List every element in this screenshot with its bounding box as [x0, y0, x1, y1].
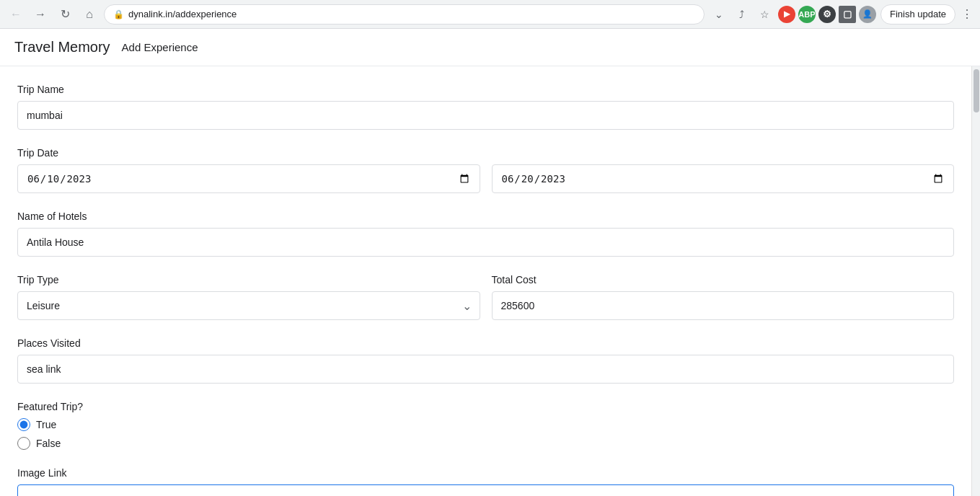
hotels-group: Name of Hotels [17, 211, 954, 257]
date-row [17, 164, 954, 193]
featured-radio-group: True False [17, 418, 954, 450]
start-date-wrapper [17, 164, 480, 193]
featured-group: Featured Trip? True False [17, 401, 954, 450]
featured-true-radio[interactable] [17, 418, 30, 431]
lock-icon: 🔒 [113, 9, 124, 19]
image-link-group: Image Link [17, 467, 954, 496]
trip-name-group: Trip Name [17, 84, 954, 130]
trip-name-label: Trip Name [17, 84, 954, 95]
url-text: dynalink.in/addexperience [128, 9, 695, 19]
trip-name-input[interactable] [17, 101, 954, 130]
trip-date-label: Trip Date [17, 147, 954, 159]
places-input[interactable] [17, 355, 954, 384]
total-cost-input[interactable] [492, 291, 955, 320]
featured-false-item[interactable]: False [17, 437, 954, 450]
places-group: Places Visited [17, 337, 954, 384]
ext-icon-window[interactable]: ▢ [839, 6, 856, 23]
trip-type-select-wrapper: Leisure Adventure Business Family ⌄ [17, 291, 480, 320]
trip-date-group: Trip Date [17, 147, 954, 193]
app-container: Travel Memory Add Experience Trip Name T… [0, 29, 980, 496]
trip-type-cost-group: Trip Type Leisure Adventure Business Fam… [17, 274, 954, 320]
featured-true-item[interactable]: True [17, 418, 954, 431]
trip-type-select[interactable]: Leisure Adventure Business Family [17, 291, 480, 320]
app-title: Travel Memory [14, 39, 110, 56]
download-icon[interactable]: ⌄ [709, 4, 729, 25]
places-label: Places Visited [17, 337, 954, 349]
scrollbar[interactable] [971, 66, 980, 496]
browser-chrome: ← → ↻ ⌂ 🔒 dynalink.in/addexperience ⌄ ⤴ … [0, 0, 980, 29]
hotels-input[interactable] [17, 228, 954, 257]
total-cost-col: Total Cost [492, 274, 955, 320]
bookmark-icon[interactable]: ☆ [755, 4, 775, 25]
scrollbar-thumb[interactable] [974, 69, 979, 112]
image-link-label: Image Link [17, 467, 954, 479]
hotels-label: Name of Hotels [17, 211, 954, 222]
home-button[interactable]: ⌂ [79, 4, 100, 25]
ext-icon-puzzle[interactable]: ⚙ [818, 6, 836, 23]
forward-button[interactable]: → [30, 4, 50, 25]
featured-label: Featured Trip? [17, 401, 954, 412]
trip-type-col: Trip Type Leisure Adventure Business Fam… [17, 274, 480, 320]
featured-false-label: False [36, 438, 61, 449]
end-date-wrapper [492, 164, 955, 193]
more-options-button[interactable]: ⋮ [960, 4, 974, 25]
start-date-input[interactable] [17, 164, 480, 193]
two-col-row: Trip Type Leisure Adventure Business Fam… [17, 274, 954, 320]
ext-icon-red[interactable]: ▶ [778, 6, 795, 23]
add-experience-nav[interactable]: Add Experience [122, 41, 198, 53]
app-header: Travel Memory Add Experience [0, 29, 980, 66]
trip-type-label: Trip Type [17, 274, 480, 285]
total-cost-label: Total Cost [492, 274, 955, 285]
reload-button[interactable]: ↻ [55, 4, 75, 25]
toolbar-icons: ⌄ ⤴ ☆ ▶ ABP ⚙ ▢ 👤 [709, 4, 876, 25]
end-date-input[interactable] [492, 164, 955, 193]
featured-false-radio[interactable] [17, 437, 30, 450]
featured-true-label: True [36, 419, 56, 430]
page-wrapper: Trip Name Trip Date Name of Hotels [0, 66, 980, 496]
finish-update-button[interactable]: Finish update [880, 4, 955, 25]
address-bar[interactable]: 🔒 dynalink.in/addexperience [104, 4, 705, 25]
back-button[interactable]: ← [6, 4, 26, 25]
share-icon[interactable]: ⤴ [732, 4, 752, 25]
ext-icon-abp[interactable]: ABP [798, 6, 816, 23]
image-link-input[interactable] [17, 484, 954, 496]
profile-icon[interactable]: 👤 [859, 6, 876, 23]
form-container: Trip Name Trip Date Name of Hotels [0, 66, 971, 496]
